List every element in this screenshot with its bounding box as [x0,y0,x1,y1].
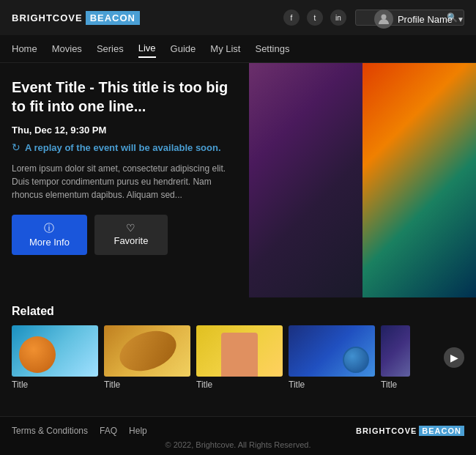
footer-links: Terms & Conditions FAQ Help [12,426,147,436]
nav-item-guide[interactable]: Guide [171,40,196,57]
card-thumbnail-5 [381,325,410,377]
replay-icon: ↻ [12,141,21,153]
faq-link[interactable]: FAQ [100,426,117,436]
logo-brightcove-text: BRIGHTCOVE [12,12,83,23]
card-title-2: Title [104,380,190,390]
footer-brightcove-text: BRIGHTCOVE [356,426,417,435]
facebook-icon[interactable]: f [283,10,300,26]
event-title: Event Title - This title is too big to f… [12,78,237,116]
list-item[interactable]: Title [289,325,375,390]
footer-logo: BRIGHTCOVE BEACON [356,426,464,436]
info-icon: ⓘ [44,222,54,235]
card-thumbnail-2 [104,325,190,377]
related-section: Related Title Title Title [0,297,476,396]
nav-item-home[interactable]: Home [12,40,37,57]
profile-name: Profile Name [398,14,453,25]
related-cards: Title Title Title Title Title [12,325,464,390]
replay-notice: ↻ A replay of the event will be availabl… [12,141,237,153]
event-description: Lorem ipsum dolor sit amet, consectetur … [12,162,237,201]
nav-item-mylist[interactable]: My List [210,40,240,57]
hero-image-2 [362,63,476,297]
carousel-next-button[interactable]: ▶ [444,347,464,368]
nav-item-live[interactable]: Live [138,40,156,58]
replay-text: A replay of the event will be available … [25,142,221,153]
hero-image-1 [249,63,362,297]
event-date: Thu, Dec 12, 9:30 PM [12,125,237,136]
footer-beacon-text: BEACON [419,426,464,436]
footer-top: Terms & Conditions FAQ Help BRIGHTCOVE B… [12,426,464,436]
card-title-1: Title [12,380,98,390]
card-thumbnail-1 [12,325,98,377]
card-title-3: Title [196,380,283,390]
instagram-icon[interactable]: in [330,10,346,26]
twitter-icon[interactable]: t [307,10,323,26]
related-title: Related [12,305,464,318]
logo-beacon-text: BEACON [86,11,140,25]
favorite-label: Favorite [114,235,148,246]
list-item[interactable]: Title [104,325,190,390]
card-title-5: Title [381,380,410,390]
card-title-4: Title [289,380,375,390]
footer: Terms & Conditions FAQ Help BRIGHTCOVE B… [0,416,476,455]
social-icons: f t in [283,10,346,26]
card-thumbnail-3 [196,325,283,377]
heart-icon: ♡ [126,222,135,234]
event-details: Event Title - This title is too big to f… [0,63,249,297]
logo: BRIGHTCOVE BEACON [12,11,140,25]
main-content: Event Title - This title is too big to f… [0,63,476,297]
terms-link[interactable]: Terms & Conditions [12,426,88,436]
footer-copyright: © 2022, Brightcove. All Rights Reserved. [12,440,464,449]
card-thumbnail-4 [289,325,375,377]
profile-area[interactable]: Profile Name ▼ [374,10,464,29]
svg-point-0 [381,15,386,20]
more-info-label: More Info [29,237,70,248]
nav-item-settings[interactable]: Settings [255,40,289,57]
help-link[interactable]: Help [129,426,147,436]
nav: Home Movies Series Live Guide My List Se… [0,35,476,63]
action-buttons: ⓘ More Info ♡ Favorite [12,215,237,255]
hero-images [249,63,476,297]
nav-item-movies[interactable]: Movies [52,40,82,57]
favorite-button[interactable]: ♡ Favorite [94,215,168,255]
nav-item-series[interactable]: Series [97,40,124,57]
more-info-button[interactable]: ⓘ More Info [12,215,87,255]
chevron-down-icon: ▼ [457,15,464,23]
list-item[interactable]: Title [381,325,410,390]
avatar [374,10,393,29]
list-item[interactable]: Title [12,325,98,390]
list-item[interactable]: Title [196,325,283,390]
header: BRIGHTCOVE BEACON f t in 🔍 Profile Name … [0,0,476,35]
